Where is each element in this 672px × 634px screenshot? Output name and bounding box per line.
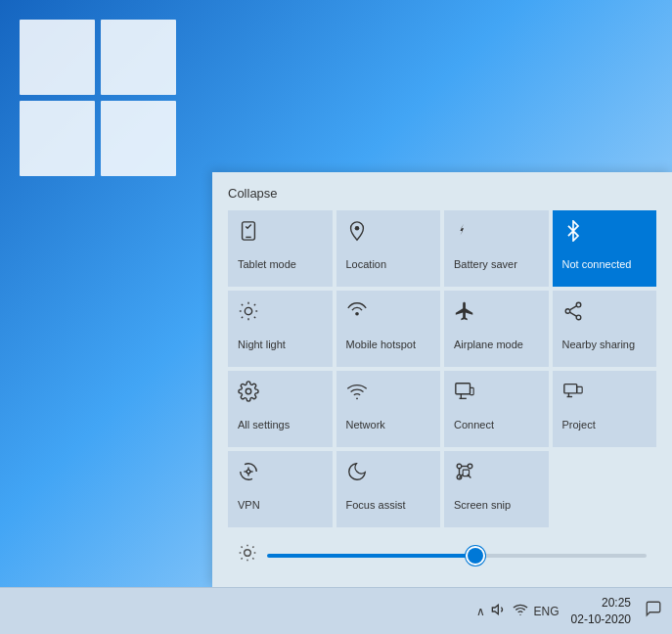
project-icon xyxy=(562,381,584,407)
tile-screen-snip-label: Screen snip xyxy=(454,499,511,512)
taskbar-date-display: 02-10-2020 xyxy=(571,611,631,628)
tile-location-label: Location xyxy=(346,258,387,271)
bluetooth-icon xyxy=(562,220,584,247)
svg-line-10 xyxy=(242,317,243,318)
svg-point-49 xyxy=(519,614,520,615)
tile-screen-snip[interactable]: Screen snip xyxy=(444,451,549,527)
night-light-icon xyxy=(238,300,259,327)
svg-rect-23 xyxy=(470,387,474,394)
tile-battery-saver[interactable]: Battery saver xyxy=(444,210,549,287)
svg-line-6 xyxy=(242,304,243,305)
brightness-slider[interactable] xyxy=(267,554,647,558)
tile-mobile-hotspot[interactable]: Mobile hotspot xyxy=(336,291,441,367)
svg-marker-48 xyxy=(492,605,498,613)
svg-point-12 xyxy=(355,312,359,316)
collapse-button[interactable]: Collapse xyxy=(228,186,278,201)
tile-not-connected-label: Not connected xyxy=(562,258,632,271)
taskbar: ∧ ENG 20:25 02-10-2020 xyxy=(0,587,672,634)
svg-point-3 xyxy=(245,307,251,314)
tile-all-settings[interactable]: All settings xyxy=(228,371,333,447)
tile-nearby-sharing[interactable]: Nearby sharing xyxy=(553,291,657,367)
svg-point-33 xyxy=(457,464,462,469)
svg-point-28 xyxy=(246,470,250,474)
nearby-sharing-icon xyxy=(562,300,584,327)
vpn-icon xyxy=(238,461,259,487)
tile-connect-label: Connect xyxy=(454,419,494,431)
tile-focus-assist-label: Focus assist xyxy=(346,499,406,512)
airplane-mode-icon xyxy=(454,300,475,327)
notification-center-icon[interactable] xyxy=(645,600,662,622)
tile-night-light-label: Night light xyxy=(238,339,286,351)
brightness-icon xyxy=(238,543,257,567)
tile-vpn[interactable]: VPN xyxy=(228,451,333,527)
tile-mobile-hotspot-label: Mobile hotspot xyxy=(346,339,417,351)
tile-airplane-mode[interactable]: Airplane mode xyxy=(444,291,549,367)
tile-night-light[interactable]: Night light xyxy=(228,291,333,367)
tile-not-connected[interactable]: Not connected xyxy=(553,210,657,287)
tablet-mode-icon xyxy=(238,220,259,247)
tile-location[interactable]: Location xyxy=(336,210,441,287)
svg-rect-27 xyxy=(576,386,582,392)
tile-project[interactable]: Project xyxy=(553,371,657,447)
taskbar-system-icons: ∧ ENG xyxy=(476,602,560,620)
svg-line-46 xyxy=(242,558,243,559)
svg-point-13 xyxy=(576,302,581,307)
taskbar-datetime[interactable]: 20:25 02-10-2020 xyxy=(571,595,631,628)
svg-line-11 xyxy=(254,304,255,305)
network-icon xyxy=(346,381,368,407)
location-icon xyxy=(346,220,368,247)
connect-icon xyxy=(454,381,475,407)
svg-point-15 xyxy=(576,315,581,320)
logo-pane-1 xyxy=(20,20,95,95)
tile-network-label: Network xyxy=(346,419,385,431)
brightness-row xyxy=(228,543,656,567)
battery-saver-icon xyxy=(454,220,475,247)
logo-pane-2 xyxy=(101,20,176,95)
taskbar-time-display: 20:25 xyxy=(571,595,631,611)
volume-icon[interactable] xyxy=(491,602,507,620)
svg-rect-20 xyxy=(456,384,470,394)
action-center: Collapse Tablet mode Location xyxy=(212,172,672,587)
svg-line-16 xyxy=(569,306,575,310)
quick-actions-grid: Tablet mode Location Battery saver xyxy=(228,210,656,527)
svg-line-7 xyxy=(254,317,255,318)
svg-point-39 xyxy=(245,550,251,557)
tile-all-settings-label: All settings xyxy=(238,419,290,431)
tile-battery-saver-label: Battery saver xyxy=(454,258,517,271)
screen-snip-icon xyxy=(454,461,475,487)
tile-nearby-sharing-label: Nearby sharing xyxy=(562,339,636,351)
svg-point-35 xyxy=(468,464,472,469)
svg-line-17 xyxy=(569,312,575,316)
logo-pane-3 xyxy=(20,101,95,176)
svg-point-14 xyxy=(565,309,570,314)
wifi-icon[interactable] xyxy=(513,602,528,620)
chevron-up-icon[interactable]: ∧ xyxy=(476,605,485,618)
tile-tablet-mode-label: Tablet mode xyxy=(238,258,296,271)
all-settings-icon xyxy=(238,381,259,407)
logo-pane-4 xyxy=(101,101,176,176)
tile-connect[interactable]: Connect xyxy=(444,371,549,447)
mobile-hotspot-icon xyxy=(346,300,368,327)
tile-focus-assist[interactable]: Focus assist xyxy=(336,451,441,527)
svg-point-2 xyxy=(354,226,359,231)
windows-logo xyxy=(20,20,176,176)
tile-project-label: Project xyxy=(562,419,596,431)
taskbar-right: ∧ ENG 20:25 02-10-2020 xyxy=(476,595,662,628)
svg-line-42 xyxy=(242,547,243,548)
tile-vpn-label: VPN xyxy=(238,499,260,512)
svg-line-43 xyxy=(252,558,253,559)
focus-assist-icon xyxy=(346,461,368,487)
tile-network[interactable]: Network xyxy=(336,371,441,447)
tile-tablet-mode[interactable]: Tablet mode xyxy=(228,210,333,287)
svg-rect-24 xyxy=(563,385,576,393)
svg-point-18 xyxy=(246,388,251,394)
language-label[interactable]: ENG xyxy=(534,605,560,618)
tile-airplane-mode-label: Airplane mode xyxy=(454,339,523,351)
svg-line-47 xyxy=(252,547,253,548)
svg-point-19 xyxy=(356,397,358,399)
